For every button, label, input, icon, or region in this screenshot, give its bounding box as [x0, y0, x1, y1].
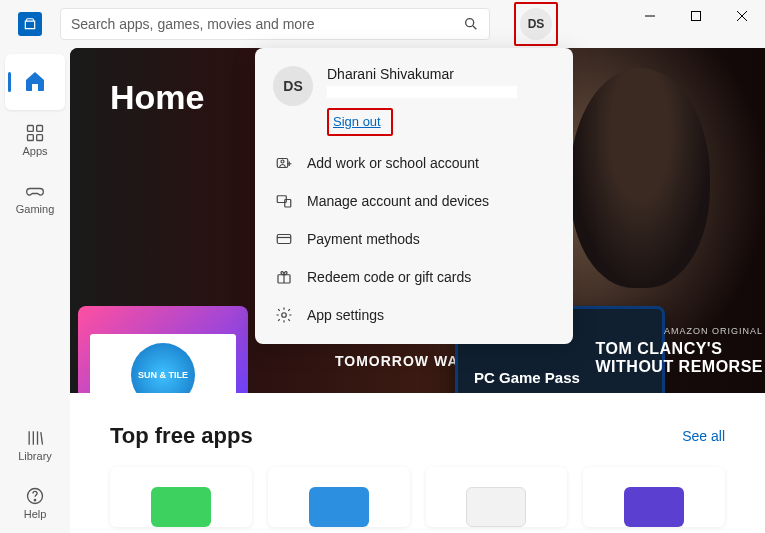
promo-title: TOM CLANCY'SWITHOUT REMORSE	[596, 340, 764, 376]
app-icon	[466, 487, 526, 527]
sidebar-item-help[interactable]: Help	[5, 475, 65, 531]
svg-point-24	[282, 313, 287, 318]
svg-line-1	[473, 26, 476, 29]
svg-rect-20	[277, 235, 291, 244]
svg-rect-7	[37, 126, 43, 132]
flyout-item-label: Manage account and devices	[307, 193, 489, 209]
promo-label: TOMORROW WAR	[335, 353, 470, 369]
svg-line-13	[41, 432, 43, 445]
flyout-item-label: App settings	[307, 307, 384, 323]
svg-rect-9	[37, 135, 43, 141]
highlight-box: Sign out	[327, 108, 393, 136]
flyout-item-redeem[interactable]: Redeem code or gift cards	[255, 258, 573, 296]
search-input[interactable]: Search apps, games, movies and more	[60, 8, 490, 40]
flyout-item-label: Payment methods	[307, 231, 420, 247]
app-tile[interactable]	[583, 467, 725, 527]
close-button[interactable]	[719, 0, 765, 32]
gamepass-title: PC Game Pass	[474, 369, 580, 386]
sidebar-item-gaming[interactable]: Gaming	[5, 170, 65, 226]
minimize-button[interactable]	[627, 0, 673, 32]
sidebar-item-apps[interactable]: Apps	[5, 112, 65, 168]
titlebar: Search apps, games, movies and more DS	[0, 0, 765, 48]
sidebar-item-label: Apps	[22, 145, 47, 157]
app-tile[interactable]	[110, 467, 252, 527]
svg-point-17	[281, 160, 284, 163]
flyout-item-manage-account[interactable]: Manage account and devices	[255, 182, 573, 220]
account-flyout: DS Dharani Shivakumar Sign out Add work …	[255, 48, 573, 344]
svg-point-15	[34, 500, 35, 501]
account-button[interactable]: DS	[520, 8, 552, 40]
app-icon	[309, 487, 369, 527]
flyout-item-label: Redeem code or gift cards	[307, 269, 471, 285]
app-tile[interactable]	[426, 467, 568, 527]
promo-card[interactable]: SUN & TILE	[78, 306, 248, 393]
user-name: Dharani Shivakumar	[327, 66, 517, 82]
page-title: Home	[110, 78, 204, 117]
app-tile[interactable]	[268, 467, 410, 527]
flyout-item-settings[interactable]: App settings	[255, 296, 573, 334]
app-icon	[151, 487, 211, 527]
top-free-apps-section: Top free apps See all	[70, 393, 765, 527]
svg-rect-3	[692, 12, 701, 21]
flyout-item-label: Add work or school account	[307, 155, 479, 171]
svg-rect-19	[285, 200, 291, 208]
user-email-redacted	[327, 86, 517, 98]
search-icon[interactable]	[463, 16, 479, 32]
svg-rect-6	[28, 126, 34, 132]
highlight-box	[514, 2, 558, 46]
sidebar-item-library[interactable]: Library	[5, 417, 65, 473]
see-all-link[interactable]: See all	[682, 428, 725, 444]
promo-tag: AMAZON ORIGINAL	[664, 326, 763, 336]
promo-badge: SUN & TILE	[131, 343, 195, 393]
sidebar-item-label: Gaming	[16, 203, 55, 215]
sidebar: Apps Gaming Library Help	[0, 48, 70, 533]
section-title: Top free apps	[110, 423, 253, 449]
flyout-item-payment[interactable]: Payment methods	[255, 220, 573, 258]
flyout-header: DS Dharani Shivakumar Sign out	[255, 48, 573, 144]
app-row	[110, 467, 725, 527]
sign-out-link[interactable]: Sign out	[333, 114, 381, 129]
sidebar-item-label: Help	[24, 508, 47, 520]
search-placeholder: Search apps, games, movies and more	[71, 16, 463, 32]
avatar: DS	[273, 66, 313, 106]
sidebar-item-home[interactable]	[5, 54, 65, 110]
app-icon	[624, 487, 684, 527]
svg-rect-8	[28, 135, 34, 141]
maximize-button[interactable]	[673, 0, 719, 32]
sidebar-item-label: Library	[18, 450, 52, 462]
store-app-icon	[18, 12, 42, 36]
flyout-item-add-account[interactable]: Add work or school account	[255, 144, 573, 182]
svg-point-0	[466, 19, 474, 27]
window-controls	[627, 0, 765, 32]
hero-art	[570, 68, 710, 288]
